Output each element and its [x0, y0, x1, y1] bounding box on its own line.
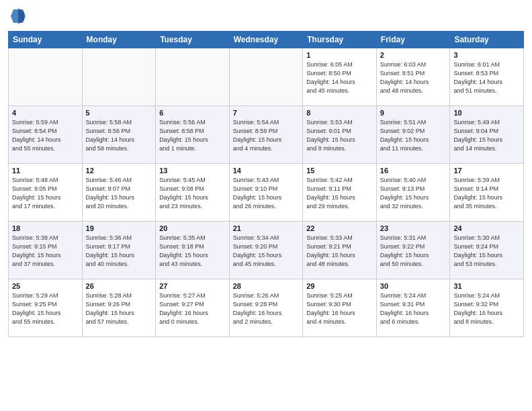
calendar-day-header: Friday: [376, 32, 450, 48]
calendar-cell: 14Sunrise: 5:43 AM Sunset: 9:10 PM Dayli…: [229, 164, 303, 222]
calendar-cell: 17Sunrise: 5:39 AM Sunset: 9:14 PM Dayli…: [450, 164, 524, 222]
calendar-cell: 4Sunrise: 5:59 AM Sunset: 8:54 PM Daylig…: [9, 106, 83, 164]
calendar-cell: 31Sunrise: 5:24 AM Sunset: 9:32 PM Dayli…: [450, 279, 524, 337]
calendar-cell: 10Sunrise: 5:49 AM Sunset: 9:04 PM Dayli…: [450, 106, 524, 164]
day-number: 11: [12, 167, 79, 175]
day-number: 28: [233, 282, 300, 290]
day-detail: Sunrise: 5:54 AM Sunset: 8:59 PM Dayligh…: [233, 118, 300, 153]
day-detail: Sunrise: 5:31 AM Sunset: 9:22 PM Dayligh…: [380, 234, 447, 269]
day-number: 7: [233, 109, 300, 117]
calendar-cell: 28Sunrise: 5:26 AM Sunset: 9:28 PM Dayli…: [229, 279, 303, 337]
day-number: 30: [380, 282, 447, 290]
day-detail: Sunrise: 5:29 AM Sunset: 9:25 PM Dayligh…: [12, 291, 79, 326]
calendar-day-header: Tuesday: [156, 32, 230, 48]
day-number: 27: [159, 282, 226, 290]
day-detail: Sunrise: 5:46 AM Sunset: 9:07 PM Dayligh…: [86, 176, 152, 211]
day-detail: Sunrise: 5:59 AM Sunset: 8:54 PM Dayligh…: [12, 118, 79, 153]
day-detail: Sunrise: 5:49 AM Sunset: 9:04 PM Dayligh…: [453, 118, 520, 153]
calendar-cell: 9Sunrise: 5:51 AM Sunset: 9:02 PM Daylig…: [376, 106, 450, 164]
day-detail: Sunrise: 5:27 AM Sunset: 9:27 PM Dayligh…: [159, 291, 226, 326]
calendar-cell: 24Sunrise: 5:30 AM Sunset: 9:24 PM Dayli…: [450, 222, 524, 279]
day-detail: Sunrise: 5:42 AM Sunset: 9:11 PM Dayligh…: [306, 176, 373, 211]
page: SundayMondayTuesdayWednesdayThursdayFrid…: [0, 0, 532, 411]
calendar-cell: 27Sunrise: 5:27 AM Sunset: 9:27 PM Dayli…: [156, 279, 230, 337]
day-number: 9: [380, 109, 447, 117]
calendar-cell: 3Sunrise: 6:01 AM Sunset: 8:53 PM Daylig…: [450, 48, 524, 106]
day-number: 26: [86, 282, 152, 290]
calendar-day-header: Sunday: [9, 32, 83, 48]
day-detail: Sunrise: 5:30 AM Sunset: 9:24 PM Dayligh…: [453, 234, 520, 269]
day-detail: Sunrise: 5:25 AM Sunset: 9:30 PM Dayligh…: [306, 291, 373, 326]
calendar-cell: 13Sunrise: 5:45 AM Sunset: 9:08 PM Dayli…: [156, 164, 230, 222]
day-number: 2: [380, 51, 447, 59]
calendar-day-header: Thursday: [303, 32, 377, 48]
calendar-cell: 19Sunrise: 5:36 AM Sunset: 9:17 PM Dayli…: [82, 222, 156, 279]
calendar-week-row: 11Sunrise: 5:48 AM Sunset: 9:05 PM Dayli…: [9, 164, 524, 222]
calendar-cell: [9, 48, 83, 106]
day-detail: Sunrise: 5:38 AM Sunset: 9:15 PM Dayligh…: [12, 234, 79, 269]
calendar-week-row: 18Sunrise: 5:38 AM Sunset: 9:15 PM Dayli…: [9, 222, 524, 279]
day-number: 20: [159, 224, 226, 232]
day-detail: Sunrise: 5:56 AM Sunset: 8:58 PM Dayligh…: [159, 118, 226, 153]
calendar-cell: 22Sunrise: 5:33 AM Sunset: 9:21 PM Dayli…: [303, 222, 377, 279]
day-detail: Sunrise: 5:28 AM Sunset: 9:26 PM Dayligh…: [86, 291, 152, 326]
calendar-cell: 18Sunrise: 5:38 AM Sunset: 9:15 PM Dayli…: [9, 222, 83, 279]
day-number: 13: [159, 167, 226, 175]
day-detail: Sunrise: 5:33 AM Sunset: 9:21 PM Dayligh…: [306, 234, 373, 269]
day-number: 10: [453, 109, 520, 117]
calendar-cell: 15Sunrise: 5:42 AM Sunset: 9:11 PM Dayli…: [303, 164, 377, 222]
day-number: 3: [453, 51, 520, 59]
day-number: 18: [12, 224, 79, 232]
calendar-cell: 7Sunrise: 5:54 AM Sunset: 8:59 PM Daylig…: [229, 106, 303, 164]
calendar-week-row: 1Sunrise: 6:05 AM Sunset: 8:50 PM Daylig…: [9, 48, 524, 106]
day-detail: Sunrise: 5:24 AM Sunset: 9:31 PM Dayligh…: [380, 291, 447, 326]
day-detail: Sunrise: 5:39 AM Sunset: 9:14 PM Dayligh…: [453, 176, 520, 211]
calendar-cell: 6Sunrise: 5:56 AM Sunset: 8:58 PM Daylig…: [156, 106, 230, 164]
day-number: 15: [306, 167, 373, 175]
calendar-cell: [229, 48, 303, 106]
day-number: 17: [453, 167, 520, 175]
day-detail: Sunrise: 5:48 AM Sunset: 9:05 PM Dayligh…: [12, 176, 79, 211]
day-number: 12: [86, 167, 152, 175]
calendar-day-header: Monday: [82, 32, 156, 48]
svg-marker-1: [18, 8, 24, 24]
day-number: 6: [159, 109, 226, 117]
day-number: 25: [12, 282, 79, 290]
day-detail: Sunrise: 5:51 AM Sunset: 9:02 PM Dayligh…: [380, 118, 447, 153]
calendar-cell: 29Sunrise: 5:25 AM Sunset: 9:30 PM Dayli…: [303, 279, 377, 337]
day-detail: Sunrise: 6:03 AM Sunset: 8:51 PM Dayligh…: [380, 60, 447, 95]
calendar-week-row: 4Sunrise: 5:59 AM Sunset: 8:54 PM Daylig…: [9, 106, 524, 164]
calendar-cell: 16Sunrise: 5:40 AM Sunset: 9:13 PM Dayli…: [376, 164, 450, 222]
logo-icon: [11, 7, 26, 26]
calendar-cell: 1Sunrise: 6:05 AM Sunset: 8:50 PM Daylig…: [303, 48, 377, 106]
day-detail: Sunrise: 5:53 AM Sunset: 9:01 PM Dayligh…: [306, 118, 373, 153]
calendar-cell: 2Sunrise: 6:03 AM Sunset: 8:51 PM Daylig…: [376, 48, 450, 106]
calendar-cell: 8Sunrise: 5:53 AM Sunset: 9:01 PM Daylig…: [303, 106, 377, 164]
day-number: 1: [306, 51, 373, 59]
day-number: 23: [380, 224, 447, 232]
calendar-cell: 25Sunrise: 5:29 AM Sunset: 9:25 PM Dayli…: [9, 279, 83, 337]
day-detail: Sunrise: 5:36 AM Sunset: 9:17 PM Dayligh…: [86, 234, 152, 269]
calendar-cell: 20Sunrise: 5:35 AM Sunset: 9:18 PM Dayli…: [156, 222, 230, 279]
day-detail: Sunrise: 5:40 AM Sunset: 9:13 PM Dayligh…: [380, 176, 447, 211]
day-detail: Sunrise: 5:34 AM Sunset: 9:20 PM Dayligh…: [233, 234, 300, 269]
calendar-day-header: Saturday: [450, 32, 524, 48]
calendar-cell: 11Sunrise: 5:48 AM Sunset: 9:05 PM Dayli…: [9, 164, 83, 222]
day-number: 8: [306, 109, 373, 117]
calendar-cell: 21Sunrise: 5:34 AM Sunset: 9:20 PM Dayli…: [229, 222, 303, 279]
day-detail: Sunrise: 5:26 AM Sunset: 9:28 PM Dayligh…: [233, 291, 300, 326]
day-detail: Sunrise: 5:35 AM Sunset: 9:18 PM Dayligh…: [159, 234, 226, 269]
calendar-cell: [156, 48, 230, 106]
day-number: 22: [306, 224, 373, 232]
day-number: 14: [233, 167, 300, 175]
day-detail: Sunrise: 5:45 AM Sunset: 9:08 PM Dayligh…: [159, 176, 226, 211]
calendar-cell: [82, 48, 156, 106]
day-number: 5: [86, 109, 152, 117]
calendar-table: SundayMondayTuesdayWednesdayThursdayFrid…: [8, 31, 524, 337]
day-number: 16: [380, 167, 447, 175]
day-detail: Sunrise: 6:05 AM Sunset: 8:50 PM Dayligh…: [306, 60, 373, 95]
day-number: 21: [233, 224, 300, 232]
calendar-cell: 23Sunrise: 5:31 AM Sunset: 9:22 PM Dayli…: [376, 222, 450, 279]
day-number: 29: [306, 282, 373, 290]
logo: [8, 7, 26, 26]
